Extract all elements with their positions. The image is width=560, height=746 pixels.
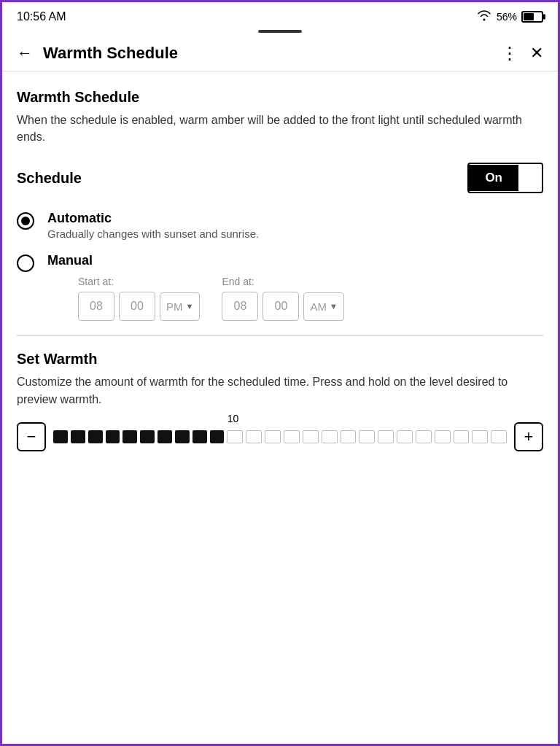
warmth-segment-9 bbox=[192, 430, 207, 443]
manual-radio-title: Manual bbox=[47, 253, 543, 268]
main-content: Warmth Schedule When the schedule is ena… bbox=[2, 71, 558, 469]
warmth-segment-4 bbox=[106, 430, 120, 443]
schedule-label: Schedule bbox=[17, 170, 82, 187]
warmth-segment-11 bbox=[227, 430, 243, 443]
more-options-button[interactable]: ⋮ bbox=[501, 43, 518, 63]
warmth-segment-25 bbox=[491, 430, 507, 443]
warmth-segment-14 bbox=[284, 430, 300, 443]
end-minute-input[interactable]: 00 bbox=[262, 292, 299, 321]
increment-button[interactable]: + bbox=[514, 422, 543, 451]
swipe-handle bbox=[2, 28, 558, 36]
time-pickers: Start at: 08 00 PM ▼ End at: 08 bbox=[78, 276, 543, 321]
warmth-segment-6 bbox=[140, 430, 155, 443]
start-ampm-value: PM bbox=[166, 300, 183, 313]
warmth-segment-19 bbox=[378, 430, 394, 443]
warmth-schedule-title: Warmth Schedule bbox=[17, 89, 543, 106]
warmth-schedule-section: Warmth Schedule When the schedule is ena… bbox=[17, 89, 543, 145]
manual-radio-circle bbox=[17, 255, 34, 272]
end-ampm-arrow: ▼ bbox=[330, 302, 338, 311]
warmth-segment-17 bbox=[341, 430, 357, 443]
app-header: ← Warmth Schedule ⋮ ✕ bbox=[2, 36, 558, 71]
battery-icon bbox=[521, 11, 543, 23]
warmth-segment-24 bbox=[472, 430, 488, 443]
close-button[interactable]: ✕ bbox=[530, 44, 543, 63]
warmth-segment-12 bbox=[246, 430, 262, 443]
end-ampm-value: AM bbox=[310, 300, 327, 313]
status-icons: 56% bbox=[476, 9, 543, 24]
end-ampm-select[interactable]: AM ▼ bbox=[303, 292, 343, 321]
start-time-group: Start at: 08 00 PM ▼ bbox=[78, 276, 200, 321]
start-time-inputs: 08 00 PM ▼ bbox=[78, 292, 200, 321]
warmth-segment-21 bbox=[416, 430, 432, 443]
start-hour-input[interactable]: 08 bbox=[78, 292, 114, 321]
warmth-segment-13 bbox=[265, 430, 281, 443]
warmth-slider-row: − 10 + bbox=[17, 422, 543, 451]
automatic-radio-option[interactable]: Automatic Gradually changes with sunset … bbox=[17, 211, 543, 240]
warmth-segment-15 bbox=[303, 430, 319, 443]
start-ampm-select[interactable]: PM ▼ bbox=[160, 292, 200, 321]
start-minute-input[interactable]: 00 bbox=[119, 292, 155, 321]
status-time: 10:56 AM bbox=[17, 10, 66, 23]
automatic-radio-content: Automatic Gradually changes with sunset … bbox=[47, 211, 543, 240]
automatic-radio-circle bbox=[17, 212, 34, 230]
back-button[interactable]: ← bbox=[17, 44, 33, 63]
toggle-off-area bbox=[518, 164, 542, 192]
start-ampm-arrow: ▼ bbox=[186, 302, 194, 311]
warmth-segment-7 bbox=[158, 430, 172, 443]
set-warmth-description: Customize the amount of warmth for the s… bbox=[17, 373, 543, 407]
set-warmth-section: Set Warmth Customize the amount of warmt… bbox=[17, 351, 543, 451]
set-warmth-title: Set Warmth bbox=[17, 351, 543, 368]
schedule-toggle-row: Schedule On bbox=[17, 163, 543, 193]
warmth-segment-18 bbox=[359, 430, 375, 443]
warmth-value-label: 10 bbox=[228, 413, 239, 424]
schedule-toggle[interactable]: On bbox=[467, 163, 543, 193]
section-divider bbox=[17, 335, 543, 336]
warmth-segment-8 bbox=[175, 430, 190, 443]
end-time-group: End at: 08 00 AM ▼ bbox=[222, 276, 343, 321]
warmth-segment-23 bbox=[454, 430, 470, 443]
wifi-icon bbox=[476, 9, 492, 24]
manual-radio-content: Manual Start at: 08 00 PM ▼ bbox=[47, 253, 543, 321]
warmth-segments bbox=[53, 430, 507, 443]
battery-percentage: 56% bbox=[497, 11, 517, 23]
status-bar: 10:56 AM 56% bbox=[2, 2, 558, 28]
start-label: Start at: bbox=[78, 276, 200, 287]
end-time-inputs: 08 00 AM ▼ bbox=[222, 292, 343, 321]
warmth-segment-16 bbox=[322, 430, 338, 443]
warmth-segment-10 bbox=[210, 430, 225, 443]
warmth-schedule-description: When the schedule is enabled, warm amber… bbox=[17, 112, 543, 145]
swipe-handle-bar bbox=[258, 30, 302, 33]
warmth-segment-1 bbox=[53, 430, 68, 443]
automatic-radio-subtitle: Gradually changes with sunset and sunris… bbox=[47, 228, 543, 240]
automatic-radio-title: Automatic bbox=[47, 211, 543, 226]
warmth-segment-5 bbox=[122, 430, 137, 443]
warmth-segment-22 bbox=[435, 430, 451, 443]
decrement-button[interactable]: − bbox=[17, 422, 46, 451]
toggle-on-label: On bbox=[469, 165, 518, 191]
page-title: Warmth Schedule bbox=[43, 44, 501, 63]
warmth-segment-3 bbox=[88, 430, 103, 443]
warmth-segment-2 bbox=[71, 430, 85, 443]
end-label: End at: bbox=[222, 276, 343, 287]
warmth-slider-track[interactable]: 10 bbox=[53, 430, 507, 443]
end-hour-input[interactable]: 08 bbox=[222, 292, 258, 321]
manual-radio-option[interactable]: Manual Start at: 08 00 PM ▼ bbox=[17, 253, 543, 321]
warmth-segment-20 bbox=[397, 430, 413, 443]
